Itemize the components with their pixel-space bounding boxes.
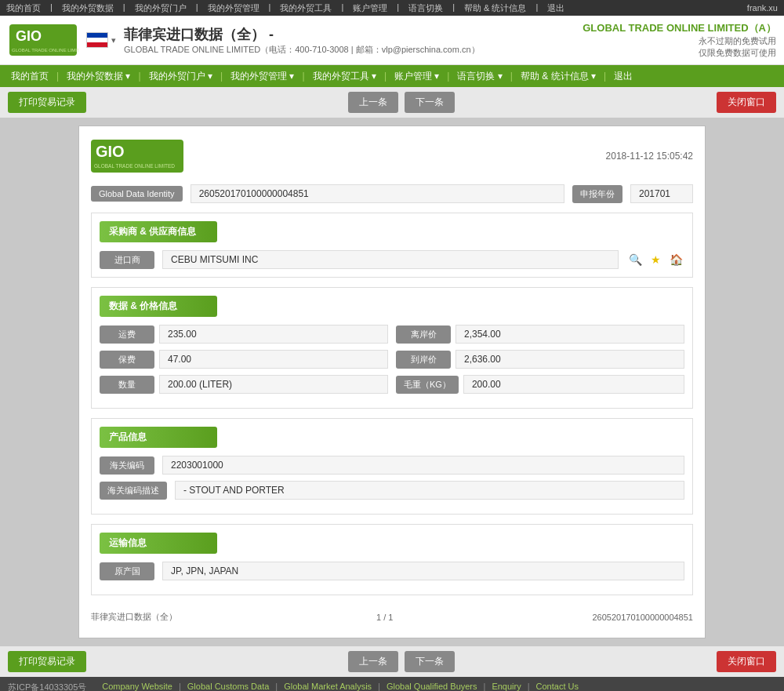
origin-country-value: JP, JPN, JAPAN [162,562,684,580]
gross-weight-field: 毛重（KG） 200.00 [396,375,684,394]
hs-code-label: 海关编码 [100,456,154,475]
topnav-home[interactable]: 我的首页 [6,2,41,14]
country-flag [86,32,108,48]
topnav-help[interactable]: 帮助 & 统计信息 [464,2,526,14]
limit-text: 仅限免费数据可使用 [583,47,776,59]
nav-data[interactable]: 我的外贸数据 ▾ [59,65,138,87]
top-bar: 我的首页 | 我的外贸数据 | 我的外贸门户 | 我的外贸管理 | 我的外贸工具… [0,0,784,16]
next-button-top[interactable]: 下一条 [405,92,455,113]
topnav-foreign-data[interactable]: 我的外贸数据 [62,2,114,14]
pagination-count: 1 / 1 [376,613,393,622]
print-button-top[interactable]: 打印贸易记录 [8,92,86,113]
footer-enquiry[interactable]: Enquiry [492,682,521,691]
quantity-value: 200.00 (LITER) [159,375,388,394]
quantity-label: 数量 [100,376,154,394]
close-button-bottom[interactable]: 关闭窗口 [717,651,776,672]
footer-contact[interactable]: Contact Us [536,682,579,691]
product-section: 产品信息 海关编码 2203001000 海关编码描述 - STOUT AND … [91,418,693,515]
hs-desc-value: - STOUT AND PORTER [175,481,684,500]
nav-buttons-bottom: 上一条 下一条 [348,651,455,672]
action-left-bottom: 打印贸易记录 [8,651,86,672]
insurance-label: 保费 [100,351,154,369]
content-area: GIO GLOBAL TRADE ONLINE LIMITED 2018-11-… [0,118,784,646]
footer-company[interactable]: Company Website [102,682,172,691]
action-bar-bottom: 打印贸易记录 上一条 下一条 关闭窗口 [0,646,784,677]
footer-market-analysis[interactable]: Global Market Analysis [284,682,372,691]
brand-name: GLOBAL TRADE ONLINE LIMITED（A） [583,21,776,35]
action-left: 打印贸易记录 [8,92,86,113]
importer-row: 进口商 CEBU MITSUMI INC 🔍 ★ 🏠 [100,250,684,269]
buyer-supplier-section: 采购商 & 供应商信息 进口商 CEBU MITSUMI INC 🔍 ★ 🏠 [91,213,693,278]
topnav-sep7: | [452,2,455,14]
pagination-bar: 菲律宾进口数据（全） 1 / 1 260520170100000004851 [91,605,693,626]
transport-section: 运输信息 原产国 JP, JPN, JAPAN [91,524,693,595]
quantity-weight-row: 数量 200.00 (LITER) 毛重（KG） 200.00 [100,375,684,394]
nav-account[interactable]: 账户管理 ▾ [387,65,447,87]
topnav-logout[interactable]: 退出 [547,2,564,14]
prev-button-top[interactable]: 上一条 [348,92,398,113]
hs-code-value: 2203001000 [162,456,684,475]
freight-value: 235.00 [159,325,388,344]
topnav-tools[interactable]: 我的外贸工具 [280,2,332,14]
data-price-header: 数据 & 价格信息 [100,296,217,317]
arrive-price-value: 2,636.00 [456,350,684,369]
footer: 苏ICP备14033305号 Company Website | Global … [0,677,784,691]
footer-customs-data[interactable]: Global Customs Data [187,682,270,691]
record-header: GIO GLOBAL TRADE ONLINE LIMITED 2018-11-… [91,138,693,173]
star-icon[interactable]: ★ [647,251,664,268]
record-title-pagination: 菲律宾进口数据（全） [91,611,177,623]
header-right: GLOBAL TRADE ONLINE LIMITED（A） 永不过期的免费试用… [583,21,776,59]
flag-area: ▾ [86,32,116,48]
prev-button-bottom[interactable]: 上一条 [348,651,398,672]
trial-text: 永不过期的免费试用 [583,35,776,47]
flag-dropdown[interactable]: ▾ [111,35,116,45]
gross-weight-value: 200.00 [463,375,684,394]
topnav-sep5: | [341,2,343,14]
action-bar-top: 打印贸易记录 上一条 下一条 关闭窗口 [0,87,784,118]
global-data-identity-label: Global Data Identity [91,186,183,202]
close-button-top[interactable]: 关闭窗口 [717,92,776,113]
header-left: GIO GLOBAL TRADE ONLINE LIMITED ▾ 菲律宾进口数… [8,20,480,60]
nav-language[interactable]: 语言切换 ▾ [449,65,510,87]
topnav-sep2: | [123,2,125,14]
gross-weight-label: 毛重（KG） [396,376,459,394]
icp-text: 苏ICP备14033305号 [8,682,86,691]
importer-icons: 🔍 ★ 🏠 [626,251,684,268]
record-logo-svg: GIO GLOBAL TRADE ONLINE LIMITED [91,138,185,173]
identity-row: Global Data Identity 2605201701000000048… [91,184,693,203]
record-card: GIO GLOBAL TRADE ONLINE LIMITED 2018-11-… [78,125,706,638]
user-info: frank.xu [747,3,778,13]
nav-manage[interactable]: 我的外贸管理 ▾ [223,65,302,87]
nav-portal[interactable]: 我的外贸门户 ▾ [141,65,220,87]
nav-home[interactable]: 我的首页 [3,65,56,87]
freight-field: 运费 235.00 [100,325,388,344]
page-title: 菲律宾进口数据（全） - [124,25,480,44]
freight-label: 运费 [100,325,154,344]
nav-logout[interactable]: 退出 [606,65,641,87]
nav-help[interactable]: 帮助 & 统计信息 ▾ [513,65,604,87]
topnav-language[interactable]: 语言切换 [408,2,443,14]
svg-text:GIO: GIO [16,28,42,44]
next-button-bottom[interactable]: 下一条 [405,651,455,672]
topnav-manage[interactable]: 我的外贸管理 [208,2,260,14]
arrive-price-label: 到岸价 [396,351,451,369]
insurance-value: 47.00 [159,350,388,369]
transport-header: 运输信息 [100,533,217,554]
footer-qualified-buyers[interactable]: Global Qualified Buyers [387,682,477,691]
record-logo: GIO GLOBAL TRADE ONLINE LIMITED [91,138,185,173]
warehouse-price-value: 2,354.00 [456,325,684,344]
topnav-sep8: | [535,2,538,14]
nav-tools[interactable]: 我的外贸工具 ▾ [305,65,384,87]
svg-text:GLOBAL TRADE ONLINE LIMITED: GLOBAL TRADE ONLINE LIMITED [94,163,175,169]
topnav-sep6: | [397,2,399,14]
buyer-supplier-header: 采购商 & 供应商信息 [100,221,217,242]
warehouse-price-label: 离岸价 [396,325,451,344]
topnav-portal[interactable]: 我的外贸门户 [135,2,187,14]
quantity-field: 数量 200.00 (LITER) [100,375,388,394]
print-button-bottom[interactable]: 打印贸易记录 [8,651,86,672]
topnav-account[interactable]: 账户管理 [353,2,387,14]
importer-value: CEBU MITSUMI INC [162,250,619,269]
global-data-identity-value: 260520170100000004851 [191,184,564,203]
home-icon[interactable]: 🏠 [667,251,684,268]
search-icon[interactable]: 🔍 [626,251,644,268]
